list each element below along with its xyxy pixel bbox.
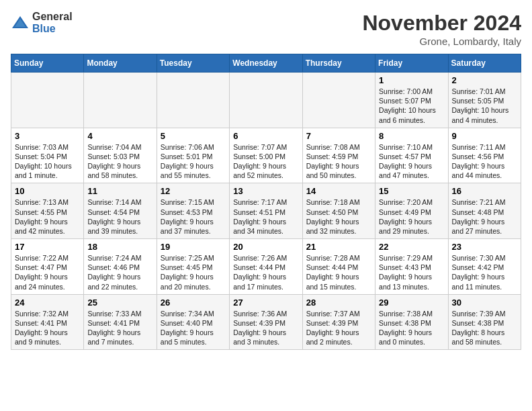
weekday-header-thursday: Thursday: [302, 54, 375, 73]
day-info: Sunrise: 7:14 AM Sunset: 4:54 PM Dayligh…: [87, 198, 141, 235]
day-number: 15: [379, 186, 444, 196]
day-info: Sunrise: 7:33 AM Sunset: 4:41 PM Dayligh…: [87, 310, 141, 347]
day-info: Sunrise: 7:38 AM Sunset: 4:38 PM Dayligh…: [379, 310, 433, 347]
calendar-cell: 16Sunrise: 7:21 AM Sunset: 4:48 PM Dayli…: [448, 183, 521, 239]
calendar-cell: [302, 73, 375, 128]
weekday-header-saturday: Saturday: [448, 54, 521, 73]
day-number: 26: [161, 298, 226, 308]
calendar-cell: 14Sunrise: 7:18 AM Sunset: 4:50 PM Dayli…: [302, 183, 375, 239]
page-header: General Blue November 2024 Grone, Lombar…: [11, 11, 521, 47]
calendar-week-row: 3Sunrise: 7:03 AM Sunset: 5:04 PM Daylig…: [11, 128, 521, 183]
calendar-cell: 3Sunrise: 7:03 AM Sunset: 5:04 PM Daylig…: [11, 128, 84, 183]
calendar-cell: 26Sunrise: 7:34 AM Sunset: 4:40 PM Dayli…: [157, 294, 229, 350]
day-number: 6: [233, 131, 298, 141]
weekday-header-tuesday: Tuesday: [157, 54, 229, 73]
day-info: Sunrise: 7:15 AM Sunset: 4:53 PM Dayligh…: [161, 198, 214, 235]
day-info: Sunrise: 7:34 AM Sunset: 4:40 PM Dayligh…: [161, 310, 214, 347]
day-info: Sunrise: 7:10 AM Sunset: 4:57 PM Dayligh…: [379, 143, 433, 180]
calendar-cell: 23Sunrise: 7:30 AM Sunset: 4:42 PM Dayli…: [448, 239, 521, 295]
calendar-cell: 18Sunrise: 7:24 AM Sunset: 4:46 PM Dayli…: [84, 239, 157, 295]
day-info: Sunrise: 7:13 AM Sunset: 4:55 PM Dayligh…: [15, 198, 69, 235]
day-info: Sunrise: 7:07 AM Sunset: 5:00 PM Dayligh…: [233, 143, 287, 180]
calendar-cell: [230, 73, 302, 128]
calendar-cell: 15Sunrise: 7:20 AM Sunset: 4:49 PM Dayli…: [375, 183, 448, 239]
calendar-cell: 13Sunrise: 7:17 AM Sunset: 4:51 PM Dayli…: [230, 183, 302, 239]
calendar-cell: 25Sunrise: 7:33 AM Sunset: 4:41 PM Dayli…: [84, 294, 157, 350]
day-number: 2: [452, 75, 517, 85]
weekday-header-sunday: Sunday: [11, 54, 84, 73]
calendar-cell: 21Sunrise: 7:28 AM Sunset: 4:44 PM Dayli…: [302, 239, 375, 295]
day-info: Sunrise: 7:17 AM Sunset: 4:51 PM Dayligh…: [233, 198, 287, 235]
day-info: Sunrise: 7:30 AM Sunset: 4:42 PM Dayligh…: [452, 254, 506, 291]
day-info: Sunrise: 7:37 AM Sunset: 4:39 PM Dayligh…: [306, 310, 360, 347]
calendar-week-row: 17Sunrise: 7:22 AM Sunset: 4:47 PM Dayli…: [11, 239, 521, 295]
day-info: Sunrise: 7:20 AM Sunset: 4:49 PM Dayligh…: [379, 198, 433, 235]
day-info: Sunrise: 7:26 AM Sunset: 4:44 PM Dayligh…: [233, 254, 287, 291]
calendar-cell: 17Sunrise: 7:22 AM Sunset: 4:47 PM Dayli…: [11, 239, 84, 295]
day-number: 10: [15, 186, 80, 196]
day-number: 22: [379, 242, 444, 252]
day-number: 30: [452, 298, 517, 308]
calendar-cell: 6Sunrise: 7:07 AM Sunset: 5:00 PM Daylig…: [230, 128, 302, 183]
day-info: Sunrise: 7:01 AM Sunset: 5:05 PM Dayligh…: [452, 87, 509, 124]
day-info: Sunrise: 7:11 AM Sunset: 4:56 PM Dayligh…: [452, 143, 506, 180]
day-info: Sunrise: 7:32 AM Sunset: 4:41 PM Dayligh…: [15, 310, 69, 347]
logo-blue-label: Blue: [32, 23, 73, 35]
calendar-cell: 1Sunrise: 7:00 AM Sunset: 5:07 PM Daylig…: [375, 73, 448, 128]
calendar-cell: 27Sunrise: 7:36 AM Sunset: 4:39 PM Dayli…: [230, 294, 302, 350]
calendar-cell: 20Sunrise: 7:26 AM Sunset: 4:44 PM Dayli…: [230, 239, 302, 295]
day-info: Sunrise: 7:06 AM Sunset: 5:01 PM Dayligh…: [161, 143, 214, 180]
day-number: 8: [379, 131, 444, 141]
day-number: 16: [452, 186, 517, 196]
day-number: 20: [233, 242, 298, 252]
calendar-cell: 30Sunrise: 7:39 AM Sunset: 4:38 PM Dayli…: [448, 294, 521, 350]
location-label: Grone, Lombardy, Italy: [362, 36, 521, 47]
weekday-header-wednesday: Wednesday: [230, 54, 302, 73]
day-info: Sunrise: 7:25 AM Sunset: 4:45 PM Dayligh…: [161, 254, 214, 291]
day-number: 21: [306, 242, 371, 252]
day-number: 29: [379, 298, 444, 308]
day-info: Sunrise: 7:36 AM Sunset: 4:39 PM Dayligh…: [233, 310, 287, 347]
day-number: 1: [379, 75, 444, 85]
day-number: 17: [15, 242, 80, 252]
day-number: 25: [87, 298, 152, 308]
day-info: Sunrise: 7:08 AM Sunset: 4:59 PM Dayligh…: [306, 143, 360, 180]
day-number: 27: [233, 298, 298, 308]
day-number: 13: [233, 186, 298, 196]
day-number: 14: [306, 186, 371, 196]
calendar-week-row: 1Sunrise: 7:00 AM Sunset: 5:07 PM Daylig…: [11, 73, 521, 128]
calendar-week-row: 10Sunrise: 7:13 AM Sunset: 4:55 PM Dayli…: [11, 183, 521, 239]
calendar-table: SundayMondayTuesdayWednesdayThursdayFrid…: [11, 54, 521, 350]
day-info: Sunrise: 7:39 AM Sunset: 4:38 PM Dayligh…: [452, 310, 506, 347]
calendar-week-row: 24Sunrise: 7:32 AM Sunset: 4:41 PM Dayli…: [11, 294, 521, 350]
day-number: 11: [87, 186, 152, 196]
calendar-cell: 10Sunrise: 7:13 AM Sunset: 4:55 PM Dayli…: [11, 183, 84, 239]
logo-general-label: General: [32, 11, 73, 23]
title-block: November 2024 Grone, Lombardy, Italy: [362, 11, 521, 47]
day-number: 5: [161, 131, 226, 141]
calendar-cell: 22Sunrise: 7:29 AM Sunset: 4:43 PM Dayli…: [375, 239, 448, 295]
calendar-cell: 7Sunrise: 7:08 AM Sunset: 4:59 PM Daylig…: [302, 128, 375, 183]
month-title: November 2024: [362, 11, 521, 36]
calendar-cell: 29Sunrise: 7:38 AM Sunset: 4:38 PM Dayli…: [375, 294, 448, 350]
day-number: 24: [15, 298, 80, 308]
logo: General Blue: [11, 11, 73, 34]
calendar-cell: 24Sunrise: 7:32 AM Sunset: 4:41 PM Dayli…: [11, 294, 84, 350]
day-info: Sunrise: 7:18 AM Sunset: 4:50 PM Dayligh…: [306, 198, 360, 235]
day-number: 23: [452, 242, 517, 252]
logo-icon: [11, 13, 30, 32]
calendar-cell: 11Sunrise: 7:14 AM Sunset: 4:54 PM Dayli…: [84, 183, 157, 239]
day-info: Sunrise: 7:03 AM Sunset: 5:04 PM Dayligh…: [15, 143, 72, 180]
day-info: Sunrise: 7:22 AM Sunset: 4:47 PM Dayligh…: [15, 254, 69, 291]
day-info: Sunrise: 7:24 AM Sunset: 4:46 PM Dayligh…: [87, 254, 141, 291]
calendar-cell: 9Sunrise: 7:11 AM Sunset: 4:56 PM Daylig…: [448, 128, 521, 183]
calendar-cell: 8Sunrise: 7:10 AM Sunset: 4:57 PM Daylig…: [375, 128, 448, 183]
calendar-cell: 19Sunrise: 7:25 AM Sunset: 4:45 PM Dayli…: [157, 239, 229, 295]
calendar-cell: [11, 73, 84, 128]
calendar-cell: 2Sunrise: 7:01 AM Sunset: 5:05 PM Daylig…: [448, 73, 521, 128]
day-number: 12: [161, 186, 226, 196]
day-number: 3: [15, 131, 80, 141]
day-number: 28: [306, 298, 371, 308]
day-info: Sunrise: 7:00 AM Sunset: 5:07 PM Dayligh…: [379, 87, 436, 124]
calendar-cell: 5Sunrise: 7:06 AM Sunset: 5:01 PM Daylig…: [157, 128, 229, 183]
